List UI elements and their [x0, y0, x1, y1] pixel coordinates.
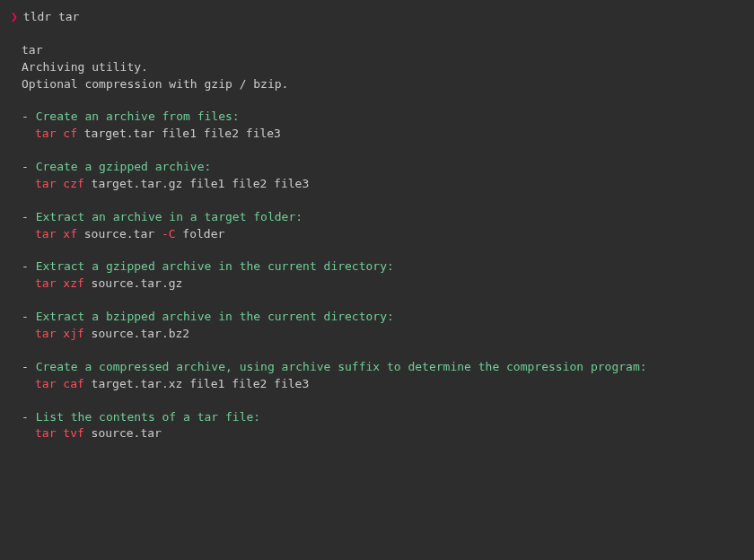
- example-block: - Extract a bzipped archive in the curre…: [22, 309, 743, 343]
- command-segment: tar tvf: [35, 426, 84, 440]
- example-description-line: - List the contents of a tar file:: [22, 409, 743, 426]
- command-segment: source.tar.bz2: [84, 327, 189, 340]
- example-description: Extract a bzipped archive in the current…: [36, 310, 394, 323]
- bullet-dash: -: [22, 259, 36, 273]
- example-command-line: tar caf target.tar.xz file1 file2 file3: [35, 376, 743, 393]
- example-description-line: - Create a gzipped archive:: [22, 159, 743, 176]
- example-command-line: tar xjf source.tar.bz2: [35, 326, 743, 343]
- example-block: - Extract a gzipped archive in the curre…: [22, 258, 743, 293]
- example-description: Create an archive from files:: [36, 109, 240, 123]
- example-block: - Extract an archive in a target folder:…: [22, 209, 743, 243]
- command-segment: tar xf: [35, 227, 77, 241]
- example-description-line: - Extract an archive in a target folder:: [22, 209, 743, 226]
- example-block: - Create a gzipped archive:tar czf targe…: [22, 159, 743, 193]
- command-segment: tar caf: [35, 377, 84, 390]
- bullet-dash: -: [22, 210, 36, 223]
- example-block: - Create a compressed archive, using arc…: [22, 359, 743, 393]
- command-segment: target.tar.gz file1 file2 file3: [84, 177, 309, 190]
- bullet-dash: -: [22, 160, 36, 173]
- examples-list: - Create an archive from files:tar cf ta…: [11, 109, 743, 442]
- example-command-line: tar tvf source.tar: [35, 425, 743, 442]
- example-description-line: - Extract a bzipped archive in the curre…: [22, 309, 743, 326]
- example-command-line: tar xzf source.tar.gz: [35, 276, 743, 293]
- bullet-dash: -: [22, 310, 36, 323]
- command-description-2: Optional compression with gzip / bzip.: [22, 76, 743, 93]
- command-segment: source.tar.gz: [84, 276, 183, 290]
- example-block: - List the contents of a tar file:tar tv…: [22, 409, 743, 443]
- bullet-dash: -: [22, 109, 36, 123]
- command-segment: folder: [176, 227, 225, 241]
- example-description: Create a compressed archive, using archi…: [36, 360, 647, 373]
- example-description-line: - Create a compressed archive, using arc…: [22, 359, 743, 376]
- command-segment: target.tar.xz file1 file2 file3: [84, 377, 309, 390]
- command-segment: tar xzf: [35, 276, 84, 290]
- bullet-dash: -: [22, 360, 36, 373]
- example-command-line: tar cf target.tar file1 file2 file3: [35, 126, 743, 143]
- command-segment: tar xjf: [35, 327, 84, 340]
- prompt-symbol: ❯: [11, 10, 18, 23]
- command-segment: target.tar file1 file2 file3: [77, 127, 281, 140]
- example-command-line: tar czf target.tar.gz file1 file2 file3: [35, 176, 743, 193]
- command-segment: source.tar: [84, 426, 162, 440]
- command-segment: -C: [162, 227, 176, 241]
- command-segment: tar czf: [35, 177, 84, 190]
- example-description-line: - Create an archive from files:: [22, 109, 743, 126]
- bullet-dash: -: [22, 410, 36, 424]
- terminal-prompt-line: ❯tldr tar: [11, 9, 743, 26]
- example-description: Extract a gzipped archive in the current…: [36, 259, 394, 273]
- prompt-command: tldr tar: [23, 10, 80, 23]
- example-block: - Create an archive from files:tar cf ta…: [22, 109, 743, 143]
- command-title: tar: [22, 42, 743, 59]
- example-description: Create a gzipped archive:: [36, 160, 212, 173]
- command-segment: source.tar: [77, 227, 162, 241]
- example-command-line: tar xf source.tar -C folder: [35, 226, 743, 243]
- example-description: List the contents of a tar file:: [36, 410, 260, 424]
- example-description: Extract an archive in a target folder:: [36, 210, 302, 223]
- command-description-1: Archiving utility.: [22, 59, 743, 76]
- command-segment: tar cf: [35, 127, 77, 140]
- example-description-line: - Extract a gzipped archive in the curre…: [22, 258, 743, 276]
- tldr-header: tar Archiving utility. Optional compress…: [22, 42, 743, 93]
